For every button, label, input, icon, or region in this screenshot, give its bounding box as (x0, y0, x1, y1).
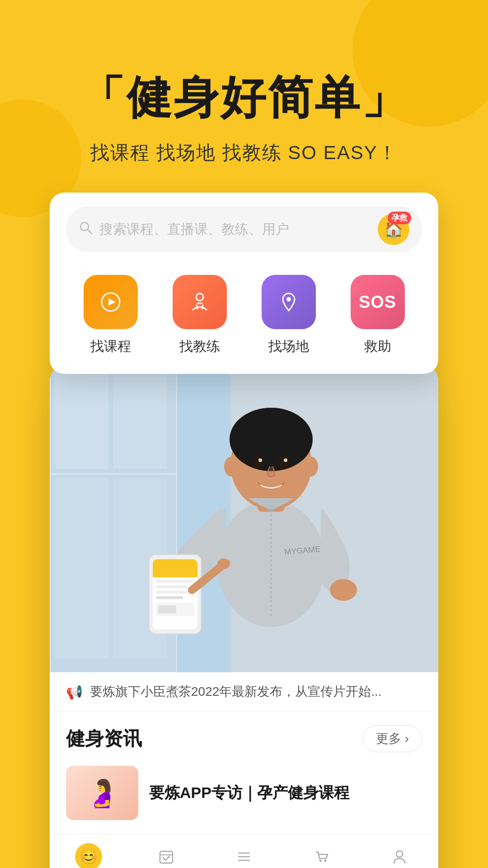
sos-icon-circle: SOS (351, 275, 405, 329)
fitness-illustration: MYGAME (50, 365, 438, 672)
svg-line-1 (88, 230, 92, 234)
svg-rect-13 (50, 473, 176, 475)
svg-rect-12 (50, 365, 51, 672)
news-more-button[interactable]: 更多 › (363, 725, 422, 752)
svg-point-23 (235, 408, 307, 458)
news-header: 健身资讯 更多 › (66, 725, 422, 752)
news-more-label: 更多 (376, 730, 401, 747)
sos-label: 救助 (364, 337, 391, 356)
home-icon: 😊 (80, 848, 98, 865)
bottom-nav-shop[interactable]: 商城 (308, 843, 335, 868)
news-item-title: 要炼APP专访｜孕产健身课程 (149, 782, 349, 804)
nav-item-sos[interactable]: SOS 救助 (351, 275, 405, 356)
course-label: 找课程 (90, 337, 131, 356)
svg-point-4 (196, 293, 203, 301)
hero-subtitle: 找课程 找场地 找教练 SO EASY！ (0, 140, 488, 165)
fitness-image: MYGAME (50, 365, 438, 672)
hero-section: 「健身好简单」 找课程 找场地 找教练 SO EASY！ (0, 0, 488, 193)
app-card-main: MYGAME 📢 要炼旗下小臣煮茶2022年最新发布，从宣传片开始... 健身资… (50, 365, 438, 868)
search-placeholder-text: 搜索课程、直播课、教练、用户 (99, 220, 378, 239)
plan-nav-icon (153, 843, 180, 868)
search-icon (79, 221, 93, 238)
svg-point-27 (284, 458, 287, 462)
nav-item-course[interactable]: 找课程 (84, 275, 138, 356)
bottom-nav-plan[interactable]: 计划 (153, 843, 180, 868)
svg-point-24 (253, 456, 264, 468)
chevron-right-icon: › (405, 731, 409, 746)
bottom-nav-mine[interactable]: 我的 (386, 843, 413, 868)
svg-line-6 (202, 305, 203, 309)
svg-point-51 (324, 860, 327, 862)
svg-point-50 (319, 860, 322, 862)
svg-marker-3 (108, 298, 116, 306)
news-section-title: 健身资讯 (66, 726, 142, 751)
svg-rect-45 (160, 851, 173, 863)
sos-text: SOS (359, 292, 396, 312)
news-list-item[interactable]: 🤰 要炼APP专访｜孕产健身课程 (66, 766, 422, 820)
trainer-icon-circle (173, 275, 227, 329)
mine-nav-icon (386, 843, 413, 868)
svg-point-29 (304, 457, 318, 476)
news-thumb-icon: 🤰 (85, 777, 119, 809)
venue-label: 找场地 (268, 337, 309, 356)
svg-point-52 (396, 851, 403, 857)
nav-item-venue[interactable]: 找场地 (262, 275, 316, 356)
svg-rect-39 (156, 596, 183, 599)
svg-rect-16 (54, 478, 108, 659)
news-thumbnail: 🤰 (66, 766, 138, 820)
course-icon-circle (84, 275, 138, 329)
svg-point-28 (224, 457, 239, 476)
announcement-bar: 📢 要炼旗下小臣煮茶2022年最新发布，从宣传片开始... (50, 672, 438, 712)
svg-rect-14 (54, 369, 108, 469)
bottom-nav-community[interactable]: 社区 (230, 843, 258, 868)
svg-point-25 (278, 456, 289, 468)
announce-icon: 📢 (66, 684, 83, 700)
svg-point-43 (330, 579, 357, 601)
announce-text: 要炼旗下小臣煮茶2022年最新发布，从宣传片开始... (90, 683, 422, 700)
search-avatar[interactable]: 🏠 孕救 (378, 213, 409, 245)
svg-point-42 (217, 558, 230, 569)
venue-icon-circle (262, 275, 316, 329)
bottom-nav-home[interactable]: 😊 首页 (75, 843, 102, 868)
svg-rect-15 (113, 369, 167, 469)
svg-rect-41 (158, 605, 176, 613)
svg-rect-35 (153, 573, 197, 577)
svg-line-5 (197, 305, 197, 309)
trainer-label: 找教练 (179, 337, 220, 356)
bottom-navigation: 😊 首页 计划 (50, 834, 438, 868)
nav-icons-row: 找课程 找教练 (66, 275, 422, 356)
hero-title: 「健身好简单」 (0, 72, 488, 122)
community-nav-icon (230, 843, 258, 868)
svg-point-8 (286, 297, 291, 302)
phone-container: 搜索课程、直播课、教练、用户 🏠 孕救 找课程 (50, 193, 438, 868)
news-section: 健身资讯 更多 › 🤰 要炼APP专访｜孕产健身课程 (50, 712, 438, 834)
shop-nav-icon (308, 843, 335, 868)
svg-point-26 (258, 458, 262, 462)
notification-badge: 孕救 (388, 212, 411, 224)
svg-rect-36 (156, 580, 194, 583)
svg-rect-38 (156, 591, 192, 594)
home-nav-icon: 😊 (75, 843, 102, 868)
nav-item-trainer[interactable]: 找教练 (173, 275, 227, 356)
search-bar[interactable]: 搜索课程、直播课、教练、用户 🏠 孕救 (66, 206, 422, 252)
svg-rect-37 (156, 585, 188, 588)
app-card-top: 搜索课程、直播课、教练、用户 🏠 孕救 找课程 (50, 193, 438, 374)
news-thumb-inner: 🤰 (66, 766, 138, 820)
